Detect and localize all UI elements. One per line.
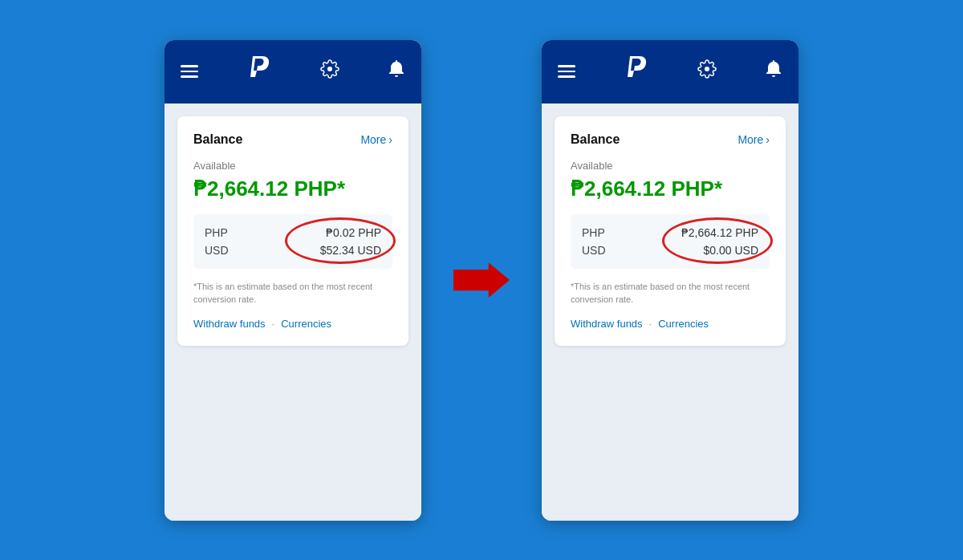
before-more-label: More: [360, 133, 386, 146]
arrow-icon: [453, 260, 510, 300]
after-dot: ·: [649, 318, 652, 330]
after-php-label: PHP: [582, 226, 605, 239]
after-gear-icon[interactable]: [697, 59, 717, 83]
after-usd-value: $0.00 USD: [704, 244, 758, 257]
before-currencies-link[interactable]: Currencies: [281, 318, 331, 330]
after-footer-links: Withdraw funds · Currencies: [571, 318, 770, 330]
after-hamburger-icon[interactable]: [558, 65, 575, 78]
hamburger-icon[interactable]: [181, 65, 198, 78]
after-bell-icon[interactable]: [765, 59, 782, 83]
before-footer-links: Withdraw funds · Currencies: [193, 318, 392, 330]
after-currencies-link[interactable]: Currencies: [658, 318, 709, 330]
after-currency-wrapper: PHP ₱2,664.12 PHP USD $0.00 USD: [571, 214, 770, 269]
table-row: PHP ₱2,664.12 PHP: [582, 224, 758, 241]
before-usd-value: $52.34 USD: [320, 244, 381, 257]
after-balance-header: Balance More ›: [571, 132, 770, 147]
after-currency-table: PHP ₱2,664.12 PHP USD $0.00 USD: [571, 214, 770, 269]
before-withdraw-link[interactable]: Withdraw funds: [193, 318, 266, 330]
before-balance-amount: ₱2,664.12 PHP*: [193, 177, 392, 201]
svg-marker-0: [453, 262, 510, 298]
gear-icon[interactable]: [320, 59, 339, 83]
before-more-chevron: ›: [388, 133, 392, 146]
before-php-label: PHP: [205, 226, 228, 239]
before-php-value: ₱0.02 PHP: [326, 226, 381, 239]
after-header: [542, 40, 798, 103]
after-withdraw-link[interactable]: Withdraw funds: [571, 318, 643, 330]
after-card: Balance More › Available ₱2,664.12 PHP* …: [542, 40, 798, 521]
before-disclaimer: *This is an estimate based on the most r…: [193, 280, 392, 306]
after-balance-card: Balance More › Available ₱2,664.12 PHP* …: [555, 116, 786, 346]
before-currency-table: PHP ₱0.02 PHP USD $52.34 USD: [193, 214, 392, 269]
before-balance-header: Balance More ›: [193, 132, 392, 147]
after-paypal-logo: [624, 55, 649, 89]
after-body: Balance More › Available ₱2,664.12 PHP* …: [542, 103, 798, 521]
before-available-label: Available: [193, 160, 392, 172]
after-usd-label: USD: [582, 244, 606, 257]
before-dot: ·: [272, 318, 275, 330]
paypal-logo: [246, 55, 272, 89]
after-balance-title: Balance: [571, 132, 620, 147]
table-row: USD $0.00 USD: [582, 241, 758, 259]
after-available-label: Available: [571, 160, 770, 172]
before-more-link[interactable]: More ›: [360, 133, 392, 146]
before-card: Balance More › Available ₱2,664.12 PHP* …: [165, 40, 421, 521]
table-row: USD $52.34 USD: [205, 241, 381, 259]
before-balance-card: Balance More › Available ₱2,664.12 PHP* …: [177, 116, 408, 346]
bell-icon[interactable]: [388, 59, 405, 83]
after-php-value: ₱2,664.12 PHP: [681, 226, 758, 239]
after-balance-amount: ₱2,664.12 PHP*: [571, 177, 770, 201]
table-row: PHP ₱0.02 PHP: [205, 224, 381, 241]
before-currency-wrapper: PHP ₱0.02 PHP USD $52.34 USD: [193, 214, 392, 269]
before-body: Balance More › Available ₱2,664.12 PHP* …: [165, 103, 421, 521]
after-more-link[interactable]: More ›: [737, 133, 770, 146]
before-usd-label: USD: [205, 244, 229, 257]
after-more-chevron: ›: [766, 133, 770, 146]
before-balance-title: Balance: [193, 132, 242, 147]
before-header: [165, 40, 421, 103]
arrow-container: [453, 260, 510, 300]
after-more-label: More: [737, 133, 763, 146]
after-disclaimer: *This is an estimate based on the most r…: [571, 280, 770, 306]
